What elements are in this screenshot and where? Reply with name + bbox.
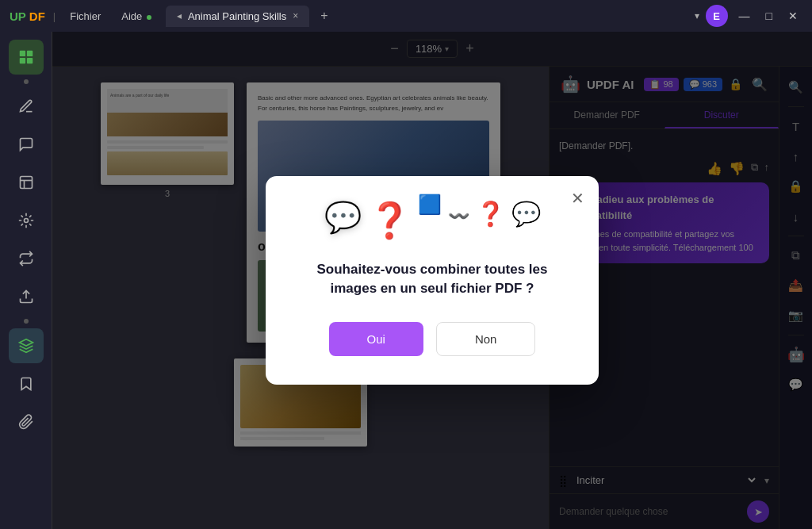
sidebar-icon-home[interactable] xyxy=(9,40,44,75)
svg-marker-9 xyxy=(19,339,33,346)
svg-rect-1 xyxy=(26,51,32,56)
svg-point-7 xyxy=(24,219,28,223)
menu-fichier[interactable]: Fichier xyxy=(63,7,107,25)
btn-non[interactable]: Non xyxy=(436,322,536,356)
svg-rect-0 xyxy=(19,51,25,56)
window-controls: ▾ E — □ ✕ xyxy=(695,5,802,27)
sidebar-icon-layers[interactable] xyxy=(9,328,44,363)
sidebar-icon-organize[interactable] xyxy=(9,241,44,276)
modal-buttons: Oui Non xyxy=(294,322,570,356)
modal-icon-chat1: 💬 xyxy=(324,200,362,241)
modal-question-text: Souhaitez-vous combiner toutes les image… xyxy=(294,260,570,298)
sidebar-icon-bookmark[interactable] xyxy=(9,366,44,401)
active-tab[interactable]: ◂ Animal Painting Skills × xyxy=(166,6,309,27)
sidebar-icon-export[interactable] xyxy=(9,279,44,314)
svg-rect-4 xyxy=(20,177,32,189)
restore-btn[interactable]: □ xyxy=(761,8,777,24)
modal-icon-squiggle: 〰️ xyxy=(448,206,469,247)
svg-rect-3 xyxy=(26,58,32,63)
btn-oui[interactable]: Oui xyxy=(329,322,423,356)
content-area: − 118% ▾ + Animals are a part of our dai… xyxy=(52,32,812,529)
modal-close-btn[interactable]: ✕ xyxy=(571,189,584,208)
sidebar-separator2 xyxy=(24,319,29,324)
sidebar-icon-edit[interactable] xyxy=(9,89,44,124)
modal-icon-question: ❓ xyxy=(368,200,412,241)
app-logo: UPDF xyxy=(10,10,45,23)
dropdown-arrow[interactable]: ▾ xyxy=(695,10,699,21)
user-avatar[interactable]: E xyxy=(706,5,728,27)
new-tab-btn[interactable]: + xyxy=(320,9,327,23)
sidebar-separator xyxy=(24,79,29,84)
minimize-btn[interactable]: — xyxy=(734,8,755,24)
tab-title: Animal Painting Skills xyxy=(188,10,286,22)
modal-icon-question2: ❓ xyxy=(476,200,505,241)
left-sidebar xyxy=(0,32,52,529)
svg-rect-2 xyxy=(19,58,25,63)
tab-close-btn[interactable]: × xyxy=(293,10,298,21)
close-btn[interactable]: ✕ xyxy=(783,8,802,24)
modal-icon-chat2: 💬 xyxy=(511,200,541,241)
modal-overlay: ✕ 💬 ❓ 🟦 〰️ ❓ 💬 Souhaitez- xyxy=(52,32,812,529)
sidebar-icon-attach[interactable] xyxy=(9,404,44,439)
modal-icon-row: 💬 ❓ 🟦 〰️ ❓ 💬 xyxy=(294,200,570,241)
main-layout: − 118% ▾ + Animals are a part of our dai… xyxy=(0,32,812,529)
modal-dialog: ✕ 💬 ❓ 🟦 〰️ ❓ 💬 Souhaitez- xyxy=(266,176,599,385)
titlebar-separator: | xyxy=(53,10,56,22)
sidebar-icon-comment[interactable] xyxy=(9,127,44,162)
modal-icon-cube: 🟦 xyxy=(418,194,442,235)
menu-aide[interactable]: Aide xyxy=(115,7,158,25)
sidebar-icon-tools[interactable] xyxy=(9,203,44,238)
sidebar-icon-pages[interactable] xyxy=(9,165,44,200)
titlebar: UPDF | Fichier Aide ◂ Animal Painting Sk… xyxy=(0,0,812,32)
